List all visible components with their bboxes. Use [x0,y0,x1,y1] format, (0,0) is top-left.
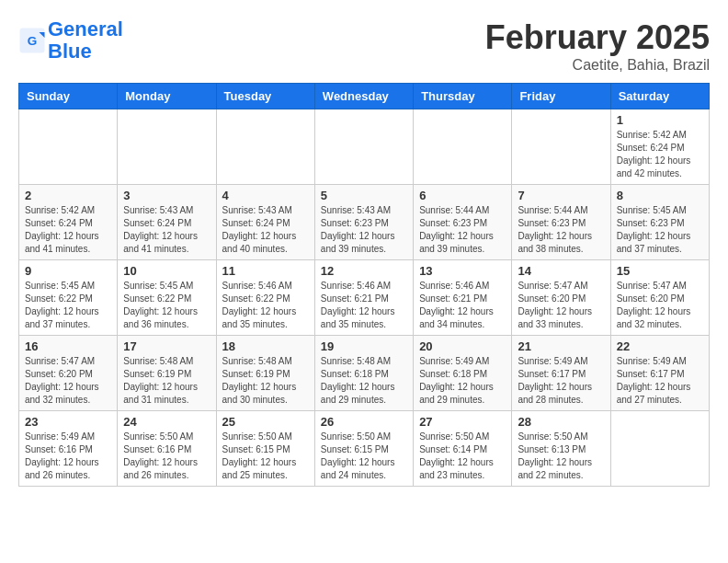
weekday-header-friday: Friday [512,84,610,109]
day-number: 18 [222,339,309,353]
calendar-cell: 16Sunrise: 5:47 AM Sunset: 6:20 PM Dayli… [19,336,118,411]
week-row-4: 16Sunrise: 5:47 AM Sunset: 6:20 PM Dayli… [19,336,710,411]
calendar-cell: 11Sunrise: 5:46 AM Sunset: 6:22 PM Dayli… [216,260,314,336]
calendar-cell: 12Sunrise: 5:46 AM Sunset: 6:21 PM Dayli… [314,260,413,336]
calendar-cell: 13Sunrise: 5:46 AM Sunset: 6:21 PM Dayli… [414,260,512,336]
day-number: 23 [25,415,111,429]
day-info: Sunrise: 5:47 AM Sunset: 6:20 PM Dayligh… [25,355,111,407]
calendar-cell: 24Sunrise: 5:50 AM Sunset: 6:16 PM Dayli… [118,411,216,487]
day-info: Sunrise: 5:50 AM Sunset: 6:14 PM Dayligh… [419,431,506,482]
calendar-cell [216,109,314,185]
day-info: Sunrise: 5:49 AM Sunset: 6:17 PM Dayligh… [518,355,604,407]
calendar-cell: 26Sunrise: 5:50 AM Sunset: 6:15 PM Dayli… [314,411,413,487]
day-info: Sunrise: 5:42 AM Sunset: 6:24 PM Dayligh… [25,204,111,256]
day-info: Sunrise: 5:45 AM Sunset: 6:23 PM Dayligh… [617,204,703,256]
day-number: 20 [419,339,506,353]
day-info: Sunrise: 5:48 AM Sunset: 6:19 PM Dayligh… [222,355,309,407]
day-number: 26 [321,415,407,429]
day-number: 15 [617,264,703,278]
day-number: 19 [321,339,407,353]
day-number: 13 [419,264,506,278]
calendar-cell: 18Sunrise: 5:48 AM Sunset: 6:19 PM Dayli… [216,336,314,411]
day-number: 9 [25,264,111,278]
calendar-cell [314,109,413,185]
month-title: February 2025 [485,18,710,57]
day-info: Sunrise: 5:43 AM Sunset: 6:24 PM Dayligh… [222,204,309,256]
calendar-cell: 14Sunrise: 5:47 AM Sunset: 6:20 PM Dayli… [512,260,610,336]
day-info: Sunrise: 5:44 AM Sunset: 6:23 PM Dayligh… [518,204,604,256]
calendar-cell: 5Sunrise: 5:43 AM Sunset: 6:23 PM Daylig… [314,185,413,260]
day-info: Sunrise: 5:49 AM Sunset: 6:18 PM Dayligh… [419,355,506,407]
day-number: 6 [419,189,506,202]
day-number: 14 [518,264,604,278]
logo-text: General Blue [48,18,123,63]
calendar-cell: 8Sunrise: 5:45 AM Sunset: 6:23 PM Daylig… [610,185,709,260]
day-info: Sunrise: 5:46 AM Sunset: 6:21 PM Dayligh… [321,280,407,331]
day-info: Sunrise: 5:43 AM Sunset: 6:24 PM Dayligh… [123,204,210,256]
calendar-cell: 6Sunrise: 5:44 AM Sunset: 6:23 PM Daylig… [414,185,512,260]
weekday-header-wednesday: Wednesday [314,84,413,109]
week-row-3: 9Sunrise: 5:45 AM Sunset: 6:22 PM Daylig… [19,260,710,336]
logo-line1: General [48,17,123,40]
weekday-header-row: SundayMondayTuesdayWednesdayThursdayFrid… [19,84,710,109]
calendar-cell: 19Sunrise: 5:48 AM Sunset: 6:18 PM Dayli… [314,336,413,411]
day-info: Sunrise: 5:50 AM Sunset: 6:13 PM Dayligh… [518,431,604,482]
weekday-header-saturday: Saturday [610,84,709,109]
calendar-cell: 10Sunrise: 5:45 AM Sunset: 6:22 PM Dayli… [118,260,216,336]
day-number: 22 [617,339,703,353]
day-number: 1 [617,113,703,127]
page-header: G General Blue February 2025 Caetite, Ba… [18,18,710,74]
day-number: 4 [222,189,309,202]
weekday-header-monday: Monday [118,84,216,109]
day-number: 17 [123,339,210,353]
day-info: Sunrise: 5:46 AM Sunset: 6:21 PM Dayligh… [419,280,506,331]
day-number: 16 [25,339,111,353]
week-row-2: 2Sunrise: 5:42 AM Sunset: 6:24 PM Daylig… [19,185,710,260]
calendar-cell: 17Sunrise: 5:48 AM Sunset: 6:19 PM Dayli… [118,336,216,411]
day-info: Sunrise: 5:48 AM Sunset: 6:19 PM Dayligh… [123,355,210,407]
calendar-cell: 21Sunrise: 5:49 AM Sunset: 6:17 PM Dayli… [512,336,610,411]
day-number: 11 [222,264,309,278]
day-info: Sunrise: 5:50 AM Sunset: 6:15 PM Dayligh… [222,431,309,482]
day-number: 7 [518,189,604,202]
calendar-cell: 2Sunrise: 5:42 AM Sunset: 6:24 PM Daylig… [19,185,118,260]
calendar-cell: 20Sunrise: 5:49 AM Sunset: 6:18 PM Dayli… [414,336,512,411]
day-info: Sunrise: 5:48 AM Sunset: 6:18 PM Dayligh… [321,355,407,407]
calendar-cell: 1Sunrise: 5:42 AM Sunset: 6:24 PM Daylig… [610,109,709,185]
day-info: Sunrise: 5:43 AM Sunset: 6:23 PM Dayligh… [321,204,407,256]
day-number: 12 [321,264,407,278]
calendar-cell: 25Sunrise: 5:50 AM Sunset: 6:15 PM Dayli… [216,411,314,487]
location: Caetite, Bahia, Brazil [485,57,710,74]
day-number: 24 [123,415,210,429]
day-info: Sunrise: 5:45 AM Sunset: 6:22 PM Dayligh… [25,280,111,331]
calendar-cell: 9Sunrise: 5:45 AM Sunset: 6:22 PM Daylig… [19,260,118,336]
calendar-cell: 22Sunrise: 5:49 AM Sunset: 6:17 PM Dayli… [610,336,709,411]
svg-text:G: G [28,34,38,48]
logo-line2: Blue [48,40,92,63]
calendar-cell [512,109,610,185]
day-number: 27 [419,415,506,429]
calendar-cell: 27Sunrise: 5:50 AM Sunset: 6:14 PM Dayli… [414,411,512,487]
day-info: Sunrise: 5:49 AM Sunset: 6:16 PM Dayligh… [25,431,111,482]
week-row-5: 23Sunrise: 5:49 AM Sunset: 6:16 PM Dayli… [19,411,710,487]
calendar-cell: 4Sunrise: 5:43 AM Sunset: 6:24 PM Daylig… [216,185,314,260]
day-number: 5 [321,189,407,202]
weekday-header-sunday: Sunday [19,84,118,109]
calendar-cell [118,109,216,185]
day-info: Sunrise: 5:49 AM Sunset: 6:17 PM Dayligh… [617,355,703,407]
logo-icon: G [18,27,46,54]
day-number: 8 [617,189,703,202]
day-number: 3 [123,189,210,202]
day-info: Sunrise: 5:50 AM Sunset: 6:16 PM Dayligh… [123,431,210,482]
day-info: Sunrise: 5:45 AM Sunset: 6:22 PM Dayligh… [123,280,210,331]
logo: G General Blue [18,18,123,63]
day-info: Sunrise: 5:47 AM Sunset: 6:20 PM Dayligh… [518,280,604,331]
weekday-header-tuesday: Tuesday [216,84,314,109]
day-number: 25 [222,415,309,429]
week-row-1: 1Sunrise: 5:42 AM Sunset: 6:24 PM Daylig… [19,109,710,185]
calendar: SundayMondayTuesdayWednesdayThursdayFrid… [18,83,710,487]
day-info: Sunrise: 5:44 AM Sunset: 6:23 PM Dayligh… [419,204,506,256]
calendar-cell: 3Sunrise: 5:43 AM Sunset: 6:24 PM Daylig… [118,185,216,260]
day-info: Sunrise: 5:46 AM Sunset: 6:22 PM Dayligh… [222,280,309,331]
calendar-cell [414,109,512,185]
